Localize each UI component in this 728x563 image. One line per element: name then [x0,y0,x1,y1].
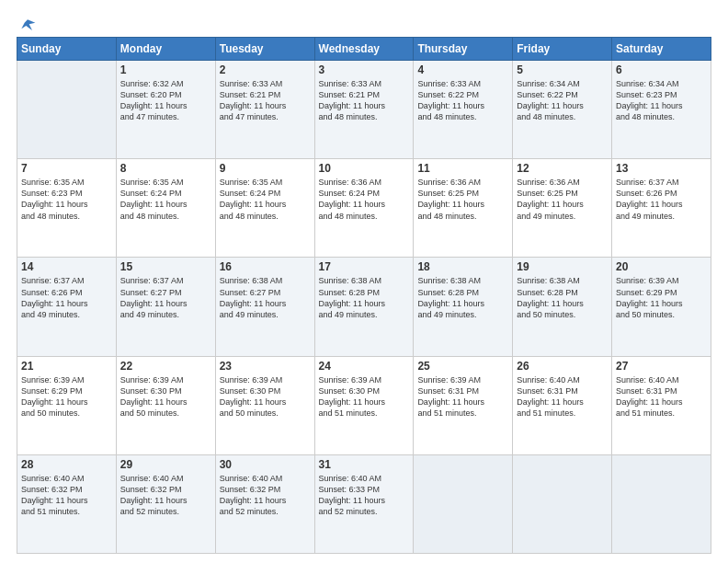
day-info: Sunrise: 6:40 AM Sunset: 6:32 PM Dayligh… [220,473,311,518]
calendar-cell: 8Sunrise: 6:35 AM Sunset: 6:24 PM Daylig… [116,159,215,258]
calendar-header-row: SundayMondayTuesdayWednesdayThursdayFrid… [17,38,711,61]
day-number: 30 [220,458,311,471]
day-info: Sunrise: 6:34 AM Sunset: 6:23 PM Dayligh… [616,78,707,123]
col-header-tuesday: Tuesday [215,38,314,61]
day-number: 19 [517,260,608,273]
day-number: 7 [21,162,112,175]
day-number: 3 [319,63,410,76]
day-number: 20 [616,260,707,273]
calendar-cell: 22Sunrise: 6:39 AM Sunset: 6:30 PM Dayli… [116,356,215,454]
day-info: Sunrise: 6:39 AM Sunset: 6:30 PM Dayligh… [319,374,410,419]
day-info: Sunrise: 6:36 AM Sunset: 6:24 PM Dayligh… [319,177,410,222]
logo [17,17,37,31]
day-info: Sunrise: 6:40 AM Sunset: 6:32 PM Dayligh… [120,473,211,518]
day-number: 12 [517,162,608,175]
day-number: 8 [120,162,211,175]
day-number: 9 [220,162,311,175]
day-info: Sunrise: 6:38 AM Sunset: 6:28 PM Dayligh… [517,275,608,320]
calendar-cell: 27Sunrise: 6:40 AM Sunset: 6:31 PM Dayli… [612,356,711,454]
calendar-cell: 19Sunrise: 6:38 AM Sunset: 6:28 PM Dayli… [513,258,612,356]
calendar-cell: 21Sunrise: 6:39 AM Sunset: 6:29 PM Dayli… [17,356,117,454]
calendar-cell: 16Sunrise: 6:38 AM Sunset: 6:27 PM Dayli… [215,258,314,356]
calendar-week-row: 1Sunrise: 6:32 AM Sunset: 6:20 PM Daylig… [17,61,711,159]
day-number: 21 [21,360,112,373]
calendar-cell: 3Sunrise: 6:33 AM Sunset: 6:21 PM Daylig… [314,61,414,159]
day-info: Sunrise: 6:39 AM Sunset: 6:30 PM Dayligh… [220,374,311,419]
day-number: 13 [616,162,707,175]
header [17,17,711,31]
day-info: Sunrise: 6:35 AM Sunset: 6:24 PM Dayligh… [220,177,311,222]
day-number: 6 [616,63,707,76]
day-info: Sunrise: 6:38 AM Sunset: 6:28 PM Dayligh… [319,275,410,320]
calendar-cell: 23Sunrise: 6:39 AM Sunset: 6:30 PM Dayli… [215,356,314,454]
calendar-cell: 15Sunrise: 6:37 AM Sunset: 6:27 PM Dayli… [116,258,215,356]
day-number: 31 [319,458,410,471]
calendar-cell: 26Sunrise: 6:40 AM Sunset: 6:31 PM Dayli… [513,356,612,454]
calendar-cell: 29Sunrise: 6:40 AM Sunset: 6:32 PM Dayli… [116,454,215,553]
day-info: Sunrise: 6:40 AM Sunset: 6:33 PM Dayligh… [319,473,410,518]
calendar-cell: 14Sunrise: 6:37 AM Sunset: 6:26 PM Dayli… [17,258,117,356]
calendar-cell: 9Sunrise: 6:35 AM Sunset: 6:24 PM Daylig… [215,159,314,258]
calendar-cell [513,454,612,553]
day-info: Sunrise: 6:40 AM Sunset: 6:32 PM Dayligh… [21,473,112,518]
day-number: 23 [220,360,311,373]
day-info: Sunrise: 6:37 AM Sunset: 6:26 PM Dayligh… [21,275,112,320]
day-number: 10 [319,162,410,175]
day-info: Sunrise: 6:35 AM Sunset: 6:24 PM Dayligh… [120,177,211,222]
day-number: 11 [417,162,508,175]
day-number: 14 [21,260,112,273]
day-number: 26 [517,360,608,373]
calendar-cell: 28Sunrise: 6:40 AM Sunset: 6:32 PM Dayli… [17,454,117,553]
day-number: 22 [120,360,211,373]
day-number: 4 [417,63,508,76]
calendar-cell: 10Sunrise: 6:36 AM Sunset: 6:24 PM Dayli… [314,159,414,258]
day-number: 15 [120,260,211,273]
calendar-cell: 1Sunrise: 6:32 AM Sunset: 6:20 PM Daylig… [116,61,215,159]
day-info: Sunrise: 6:39 AM Sunset: 6:30 PM Dayligh… [120,374,211,419]
calendar-cell [612,454,711,553]
calendar-cell: 18Sunrise: 6:38 AM Sunset: 6:28 PM Dayli… [414,258,513,356]
day-info: Sunrise: 6:33 AM Sunset: 6:21 PM Dayligh… [319,78,410,123]
calendar-cell: 7Sunrise: 6:35 AM Sunset: 6:23 PM Daylig… [17,159,117,258]
day-number: 18 [417,260,508,273]
day-info: Sunrise: 6:33 AM Sunset: 6:22 PM Dayligh… [417,78,508,123]
calendar-cell: 20Sunrise: 6:39 AM Sunset: 6:29 PM Dayli… [612,258,711,356]
col-header-friday: Friday [513,38,612,61]
calendar-cell: 6Sunrise: 6:34 AM Sunset: 6:23 PM Daylig… [612,61,711,159]
day-info: Sunrise: 6:36 AM Sunset: 6:25 PM Dayligh… [417,177,508,222]
page: SundayMondayTuesdayWednesdayThursdayFrid… [0,0,728,563]
logo-bird-icon [18,17,37,35]
day-number: 16 [220,260,311,273]
col-header-saturday: Saturday [612,38,711,61]
day-info: Sunrise: 6:33 AM Sunset: 6:21 PM Dayligh… [220,78,311,123]
calendar-cell [17,61,117,159]
day-info: Sunrise: 6:34 AM Sunset: 6:22 PM Dayligh… [517,78,608,123]
calendar-cell: 24Sunrise: 6:39 AM Sunset: 6:30 PM Dayli… [314,356,414,454]
day-info: Sunrise: 6:32 AM Sunset: 6:20 PM Dayligh… [120,78,211,123]
calendar-cell: 25Sunrise: 6:39 AM Sunset: 6:31 PM Dayli… [414,356,513,454]
col-header-thursday: Thursday [414,38,513,61]
day-info: Sunrise: 6:37 AM Sunset: 6:26 PM Dayligh… [616,177,707,222]
calendar-week-row: 28Sunrise: 6:40 AM Sunset: 6:32 PM Dayli… [17,454,711,553]
day-info: Sunrise: 6:35 AM Sunset: 6:23 PM Dayligh… [21,177,112,222]
calendar-cell: 11Sunrise: 6:36 AM Sunset: 6:25 PM Dayli… [414,159,513,258]
calendar-cell: 2Sunrise: 6:33 AM Sunset: 6:21 PM Daylig… [215,61,314,159]
day-number: 17 [319,260,410,273]
col-header-sunday: Sunday [17,38,117,61]
day-info: Sunrise: 6:38 AM Sunset: 6:28 PM Dayligh… [417,275,508,320]
day-info: Sunrise: 6:40 AM Sunset: 6:31 PM Dayligh… [616,374,707,419]
day-number: 2 [220,63,311,76]
day-number: 25 [417,360,508,373]
day-number: 29 [120,458,211,471]
day-info: Sunrise: 6:36 AM Sunset: 6:25 PM Dayligh… [517,177,608,222]
calendar-cell [414,454,513,553]
calendar-cell: 31Sunrise: 6:40 AM Sunset: 6:33 PM Dayli… [314,454,414,553]
day-number: 27 [616,360,707,373]
day-info: Sunrise: 6:40 AM Sunset: 6:31 PM Dayligh… [517,374,608,419]
calendar-cell: 4Sunrise: 6:33 AM Sunset: 6:22 PM Daylig… [414,61,513,159]
day-info: Sunrise: 6:39 AM Sunset: 6:29 PM Dayligh… [21,374,112,419]
day-info: Sunrise: 6:37 AM Sunset: 6:27 PM Dayligh… [120,275,211,320]
calendar-cell: 5Sunrise: 6:34 AM Sunset: 6:22 PM Daylig… [513,61,612,159]
day-number: 1 [120,63,211,76]
day-info: Sunrise: 6:39 AM Sunset: 6:31 PM Dayligh… [417,374,508,419]
